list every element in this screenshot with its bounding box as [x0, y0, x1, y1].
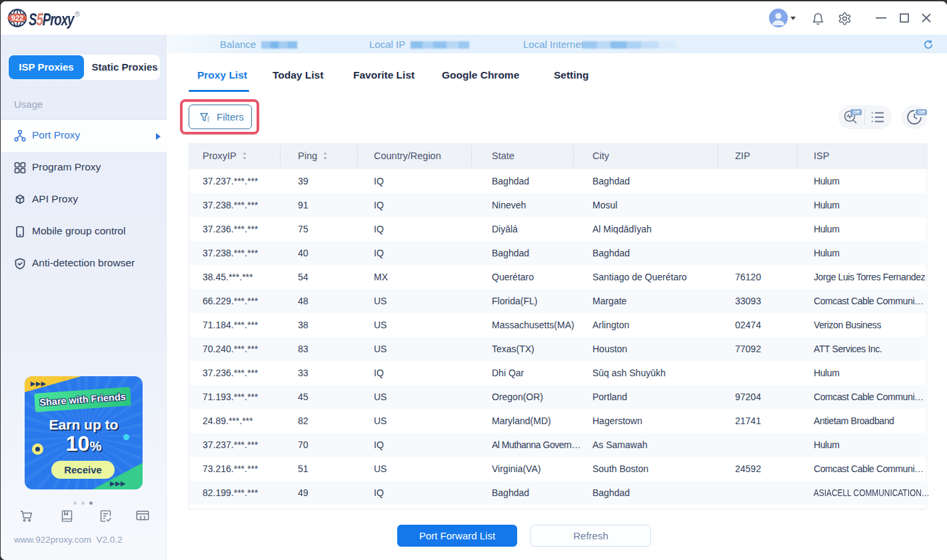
svg-text:922: 922 [11, 14, 23, 22]
